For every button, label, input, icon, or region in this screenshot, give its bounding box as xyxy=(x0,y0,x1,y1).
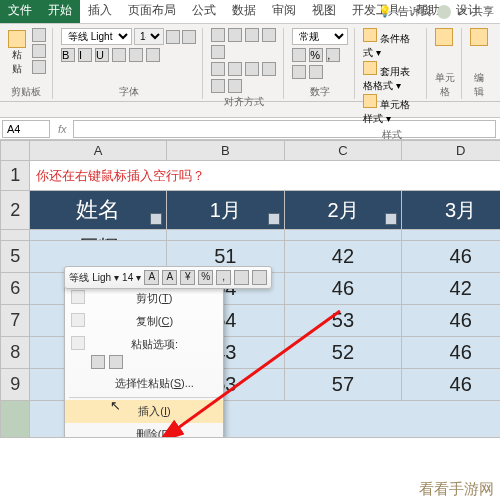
tab-review[interactable]: 审阅 xyxy=(264,0,304,23)
underline-icon[interactable]: U xyxy=(95,48,109,62)
header-name[interactable]: 姓名 xyxy=(30,191,167,230)
decrease-indent-icon[interactable] xyxy=(262,62,276,76)
cell-style-icon xyxy=(363,94,377,108)
font-name-select[interactable]: 等线 Light xyxy=(61,28,132,45)
cell-C5[interactable]: 42 xyxy=(284,241,402,273)
tab-view[interactable]: 视图 xyxy=(304,0,344,23)
cell-C9[interactable]: 57 xyxy=(284,369,402,401)
font-size-select[interactable]: 14 xyxy=(134,28,164,45)
fx-icon[interactable]: fx xyxy=(52,123,73,135)
tab-data[interactable]: 数据 xyxy=(224,0,264,23)
mini-increase-font-icon[interactable]: A xyxy=(144,270,159,285)
increase-indent-icon[interactable] xyxy=(211,79,225,93)
header-m1[interactable]: 1月 xyxy=(166,191,284,230)
row-9[interactable]: 9 xyxy=(1,369,30,401)
comma-icon[interactable]: , xyxy=(326,48,340,62)
row-8[interactable]: 8 xyxy=(1,337,30,369)
header-m3[interactable]: 3月 xyxy=(402,191,500,230)
mini-font-size[interactable]: 14 xyxy=(122,272,133,283)
row-7[interactable]: 7 xyxy=(1,305,30,337)
cell-D6[interactable]: 42 xyxy=(402,273,500,305)
paste-button[interactable]: 粘贴 xyxy=(6,28,28,78)
cell-style-button[interactable]: 单元格样式 ▾ xyxy=(363,94,420,126)
group-cells: 单元格 xyxy=(435,28,462,99)
decrease-decimal-icon[interactable] xyxy=(309,65,323,79)
header-m2[interactable]: 2月 xyxy=(284,191,402,230)
cell-C7[interactable]: 53 xyxy=(284,305,402,337)
paste-option-2-icon[interactable] xyxy=(109,355,123,369)
mini-font-name[interactable]: 等线 Ligh xyxy=(69,271,111,285)
ctx-delete[interactable]: 删除(D) xyxy=(65,423,223,438)
align-left-icon[interactable] xyxy=(211,62,225,76)
bold-icon[interactable]: B xyxy=(61,48,75,62)
formula-bar[interactable] xyxy=(73,120,496,138)
mini-border-icon[interactable] xyxy=(234,270,249,285)
align-top-icon[interactable] xyxy=(211,28,225,42)
align-bottom-icon[interactable] xyxy=(245,28,259,42)
mini-decrease-font-icon[interactable]: A xyxy=(162,270,177,285)
number-format-select[interactable]: 常规 xyxy=(292,28,348,45)
fill-color-icon[interactable] xyxy=(129,48,143,62)
font-color-icon[interactable] xyxy=(146,48,160,62)
share-label[interactable]: 共享 xyxy=(472,4,494,19)
cut-icon[interactable] xyxy=(32,28,46,42)
question-text[interactable]: 你还在右键鼠标插入空行吗？ xyxy=(30,161,500,191)
mini-percent-icon[interactable]: % xyxy=(198,270,213,285)
cells-icon[interactable] xyxy=(435,28,453,46)
ctx-insert[interactable]: 插入(I) xyxy=(65,400,223,423)
tab-insert[interactable]: 插入 xyxy=(80,0,120,23)
copy-icon[interactable] xyxy=(32,44,46,58)
align-middle-icon[interactable] xyxy=(228,28,242,42)
editing-icon[interactable] xyxy=(470,28,488,46)
tab-formulas[interactable]: 公式 xyxy=(184,0,224,23)
tab-home[interactable]: 开始 xyxy=(40,0,80,23)
ctx-paste-special[interactable]: 选择性粘贴(S)... xyxy=(65,372,223,395)
cell-D8[interactable]: 46 xyxy=(402,337,500,369)
tab-file[interactable]: 文件 xyxy=(0,0,40,23)
currency-icon[interactable] xyxy=(292,48,306,62)
filter-icon[interactable] xyxy=(268,213,280,225)
cell-D5[interactable]: 46 xyxy=(402,241,500,273)
cell-C6[interactable]: 46 xyxy=(284,273,402,305)
cell-D9[interactable]: 46 xyxy=(402,369,500,401)
mini-currency-icon[interactable]: ¥ xyxy=(180,270,195,285)
border-icon[interactable] xyxy=(112,48,126,62)
increase-decimal-icon[interactable] xyxy=(292,65,306,79)
filter-icon[interactable] xyxy=(385,213,397,225)
ctx-paste-options xyxy=(65,352,223,372)
align-center-icon[interactable] xyxy=(228,62,242,76)
row-6[interactable]: 6 xyxy=(1,273,30,305)
format-painter-icon[interactable] xyxy=(32,60,46,74)
col-C[interactable]: C xyxy=(284,141,402,161)
tell-me-label[interactable]: 告诉我 xyxy=(398,4,431,19)
select-all-corner[interactable] xyxy=(1,141,30,161)
percent-icon[interactable]: % xyxy=(309,48,323,62)
conditional-format-button[interactable]: 条件格式 ▾ xyxy=(363,28,420,60)
col-A[interactable]: A xyxy=(30,141,167,161)
table-format-button[interactable]: 套用表格格式 ▾ xyxy=(363,61,420,93)
cell-C8[interactable]: 52 xyxy=(284,337,402,369)
wrap-text-icon[interactable] xyxy=(211,45,225,59)
col-D[interactable]: D xyxy=(402,141,500,161)
merge-icon[interactable] xyxy=(228,79,242,93)
increase-font-icon[interactable] xyxy=(166,30,180,44)
paste-option-1-icon[interactable] xyxy=(91,355,105,369)
italic-icon[interactable]: I xyxy=(78,48,92,62)
mini-format-painter-icon[interactable] xyxy=(252,270,267,285)
mini-comma-icon[interactable]: , xyxy=(216,270,231,285)
cell-D7[interactable]: 46 xyxy=(402,305,500,337)
row-1[interactable]: 1 xyxy=(1,161,30,191)
align-right-icon[interactable] xyxy=(245,62,259,76)
ctx-copy[interactable]: 复制(C) xyxy=(65,310,223,333)
ctx-cut[interactable]: 剪切(T) xyxy=(65,287,223,310)
tab-layout[interactable]: 页面布局 xyxy=(120,0,184,23)
row-2[interactable]: 2 xyxy=(1,191,30,230)
ribbon: 粘贴 剪贴板 等线 Light 14 B I U xyxy=(0,24,500,102)
decrease-font-icon[interactable] xyxy=(182,30,196,44)
orientation-icon[interactable] xyxy=(262,28,276,42)
filter-icon[interactable] xyxy=(150,213,162,225)
row-5[interactable]: 5 xyxy=(1,241,30,273)
col-B[interactable]: B xyxy=(166,141,284,161)
user-avatar[interactable] xyxy=(437,5,451,19)
name-box[interactable] xyxy=(2,120,50,138)
